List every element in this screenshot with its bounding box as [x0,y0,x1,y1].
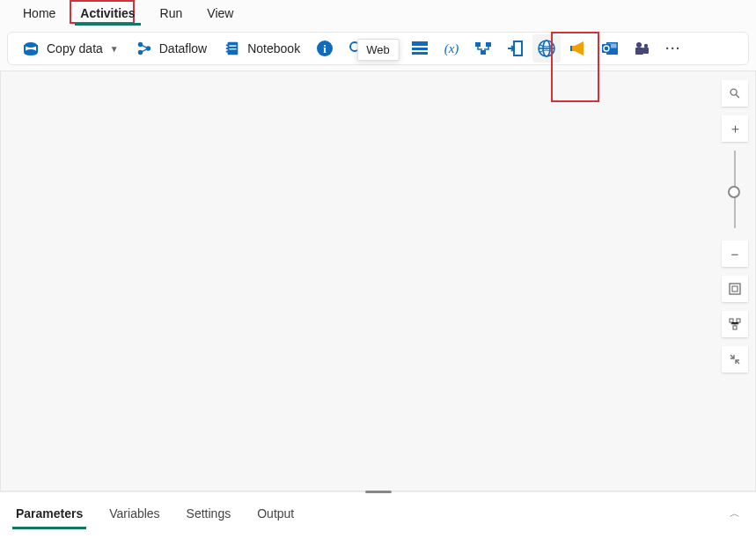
toolbar-container: Copy data ▼ Dataflow Notebook i [0,26,756,70]
svg-point-0 [25,42,37,48]
svg-rect-37 [643,48,649,54]
tab-run[interactable]: Run [148,2,195,25]
svg-rect-7 [230,48,237,49]
tab-home[interactable]: Home [11,2,68,25]
svg-rect-36 [635,48,643,55]
notebook-label: Notebook [247,41,300,55]
expand-panel-button[interactable]: ︿ [726,503,744,525]
dataflow-label: Dataflow [159,41,207,55]
tab-output[interactable]: Output [253,501,297,526]
svg-point-2 [138,42,143,47]
notebook-icon [224,41,240,56]
web-tooltip: Web [356,39,400,61]
copy-data-label: Copy data [47,41,103,55]
tab-variables[interactable]: Variables [106,501,163,526]
svg-rect-19 [412,48,428,50]
svg-point-4 [146,46,150,50]
svg-point-38 [730,89,737,95]
svg-rect-29 [570,46,572,51]
svg-rect-9 [226,48,229,49]
svg-rect-18 [412,41,428,46]
dataflow-icon [136,41,152,56]
tab-activities[interactable]: Activities [68,2,147,25]
svg-rect-22 [475,42,481,47]
svg-rect-6 [230,45,237,46]
svg-rect-44 [733,326,737,329]
ellipsis-icon: ··· [665,41,681,55]
svg-rect-41 [732,286,738,292]
teams-icon[interactable] [628,34,656,63]
svg-line-39 [736,94,739,98]
zoom-slider-thumb[interactable] [728,186,740,198]
zoom-slider[interactable] [734,151,736,228]
tab-view[interactable]: View [195,2,246,25]
table-icon[interactable] [406,34,434,63]
more-button[interactable]: ··· [659,34,687,63]
layout-button[interactable] [722,311,748,337]
svg-rect-43 [737,319,740,322]
svg-text:(x): (x) [444,41,459,56]
resize-grip[interactable] [365,491,392,493]
design-canvas[interactable]: ＋ − [0,70,756,491]
chevron-down-icon: ▼ [110,44,119,54]
copy-data-button[interactable]: Copy data ▼ [15,36,126,61]
collapse-button[interactable] [722,346,748,373]
svg-rect-42 [730,319,733,322]
svg-rect-10 [226,51,229,53]
zoom-out-button[interactable]: − [722,240,748,267]
tab-parameters[interactable]: Parameters [12,501,86,526]
zoom-in-button[interactable]: ＋ [722,115,748,142]
svg-point-34 [636,42,642,48]
svg-rect-8 [226,45,229,47]
svg-point-3 [138,50,143,55]
canvas-side-controls: ＋ − [722,80,748,373]
toolbar: Copy data ▼ Dataflow Notebook i [7,32,749,65]
info-icon[interactable]: i [311,34,339,63]
copy-data-icon [22,40,40,57]
insert-icon[interactable] [501,34,529,63]
svg-text:i: i [323,42,327,55]
fit-button[interactable] [722,276,748,302]
tab-settings[interactable]: Settings [183,501,235,526]
svg-rect-20 [412,52,428,55]
web-button[interactable]: Web [532,34,561,63]
svg-rect-23 [486,42,491,47]
bottom-panel-tabs: Parameters Variables Settings Output ︿ [0,491,756,526]
svg-point-1 [25,49,37,55]
variable-icon[interactable]: (x) [437,34,466,63]
canvas-search-button[interactable] [722,80,748,107]
announcement-icon[interactable] [564,34,592,63]
pipeline-icon[interactable] [469,34,497,63]
outlook-icon[interactable] [596,34,624,63]
svg-point-35 [644,44,648,48]
notebook-button[interactable]: Notebook [217,37,307,60]
ribbon-tabs: Home Activities Run View [0,0,756,26]
svg-rect-24 [481,50,486,55]
svg-rect-40 [730,284,740,294]
dataflow-button[interactable]: Dataflow [129,37,214,60]
